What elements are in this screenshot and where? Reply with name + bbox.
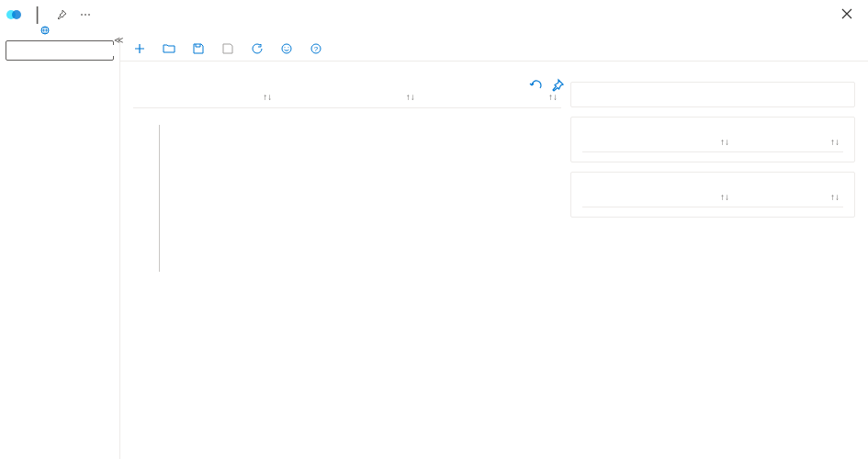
help-icon: ? [310,42,322,55]
step-table: ↑↓ ↑↓ ↑↓ [133,85,561,108]
sort-count[interactable]: ↑↓ [406,92,415,102]
create-cohort-button[interactable] [133,42,150,55]
toolbar: ? [120,37,868,62]
save-button[interactable] [192,42,209,55]
save-as-icon [221,42,234,55]
header-bar: | ⋯ [0,0,868,37]
smile-icon [280,42,293,55]
directory-link[interactable] [40,26,52,35]
insights-card [570,82,855,107]
globe-icon [40,26,50,35]
help-button[interactable]: ? [310,42,326,55]
undo-icon[interactable] [528,78,543,93]
open-button[interactable] [163,42,179,55]
app-icon [6,6,22,23]
sort-step[interactable]: ↑↓ [263,92,272,102]
sidebar: ≪ [0,37,119,459]
svg-text:?: ? [314,45,319,53]
title-separator: | [35,4,39,25]
feedback-button[interactable] [280,42,297,55]
refresh-icon [251,42,264,55]
sort-before-name[interactable]: ↑↓ [720,137,729,147]
collapse-sidebar-icon[interactable]: ≪ [114,37,119,45]
save-as-button[interactable] [221,42,238,55]
sort-before-count[interactable]: ↑↓ [830,137,840,147]
sort-pct[interactable]: ↑↓ [548,92,558,102]
tabs [120,62,868,74]
svg-point-1 [12,10,21,19]
more-icon[interactable]: ⋯ [76,6,95,23]
x-axis [159,272,561,274]
pin-chart-icon[interactable] [550,78,565,93]
svg-point-4 [282,44,291,53]
svg-point-5 [285,47,286,48]
pin-icon[interactable] [52,7,71,22]
sort-after-count[interactable]: ↑↓ [830,192,840,202]
sort-after-name[interactable]: ↑↓ [720,192,729,202]
folder-icon [163,42,175,55]
plus-icon [133,42,146,55]
refresh-button[interactable] [251,42,267,55]
y-axis [133,125,159,272]
search-input[interactable] [6,40,114,61]
chart-plot-area [159,125,561,272]
before-card: ↑↓ ↑↓ [570,117,855,162]
save-icon [192,42,205,55]
after-card: ↑↓ ↑↓ [570,172,855,218]
close-icon[interactable] [837,4,857,24]
svg-point-6 [288,47,289,48]
